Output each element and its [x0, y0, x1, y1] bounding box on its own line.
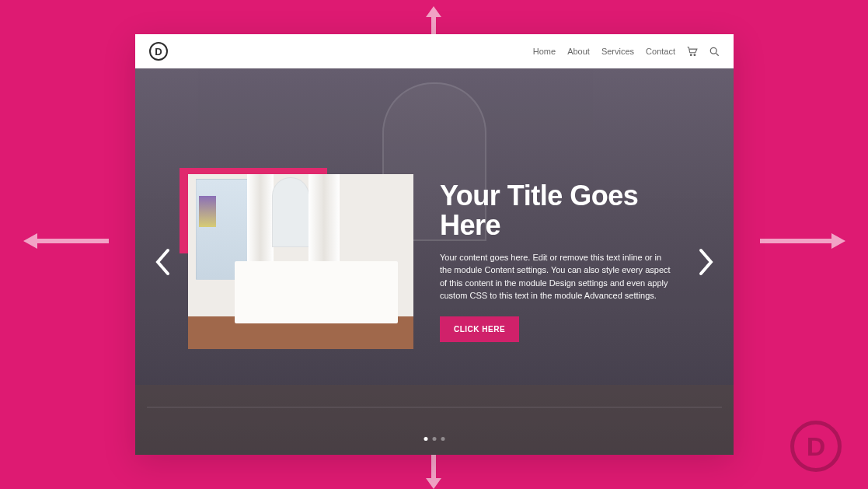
slider-dots	[424, 437, 445, 441]
slider-dot-1[interactable]	[424, 437, 428, 441]
nav-link-services[interactable]: Services	[601, 47, 634, 56]
cart-icon[interactable]	[687, 47, 698, 56]
hero-slider: Your Title Goes Here Your content goes h…	[135, 68, 734, 455]
slide-image	[188, 174, 413, 349]
svg-point-0	[690, 54, 692, 56]
logo-letter: D	[155, 46, 162, 58]
slider-dot-3[interactable]	[441, 437, 445, 441]
nav-link-home[interactable]: Home	[533, 47, 556, 56]
logo[interactable]: D	[149, 42, 168, 61]
divi-watermark-icon: D	[790, 421, 842, 472]
nav-link-contact[interactable]: Contact	[646, 47, 675, 56]
svg-point-2	[710, 47, 716, 54]
slide-image-wrap	[188, 174, 413, 349]
slide-title: Your Title Goes Here	[440, 181, 673, 240]
slider-next-button[interactable]	[698, 248, 715, 276]
slide: Your Title Goes Here Your content goes h…	[135, 68, 734, 455]
slider-dot-2[interactable]	[433, 437, 437, 441]
search-icon[interactable]	[709, 47, 720, 57]
site-header: D Home About Services Contact	[135, 34, 734, 68]
svg-point-1	[694, 54, 695, 56]
page-preview: D Home About Services Contact	[135, 34, 734, 455]
slide-content: Your Title Goes Here Your content goes h…	[440, 181, 673, 342]
main-nav: Home About Services Contact	[533, 47, 720, 57]
resize-arrow-down-icon	[426, 455, 441, 489]
watermark-letter: D	[807, 431, 826, 462]
slider-prev-button[interactable]	[154, 248, 171, 276]
nav-link-about[interactable]: About	[567, 47, 590, 56]
slide-body-text: Your content goes here. Edit or remove t…	[440, 251, 673, 302]
cta-button[interactable]: CLICK HERE	[440, 316, 519, 342]
resize-arrow-left-icon	[23, 233, 109, 249]
resize-arrow-right-icon	[760, 233, 845, 249]
